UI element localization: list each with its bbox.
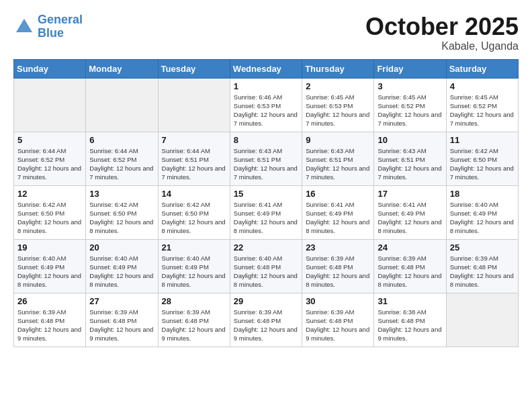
weekday-header-saturday: Saturday (446, 59, 518, 78)
day-number: 3 (378, 81, 442, 91)
day-info: Sunrise: 6:44 AM Sunset: 6:52 PM Dayligh… (17, 146, 82, 182)
calendar-week-2: 5Sunrise: 6:44 AM Sunset: 6:52 PM Daylig… (14, 132, 519, 185)
month-title: October 2025 (365, 13, 519, 40)
calendar-cell: 10Sunrise: 6:43 AM Sunset: 6:51 PM Dayli… (374, 132, 446, 185)
day-number: 12 (17, 189, 82, 199)
day-number: 1 (234, 81, 298, 91)
logo-icon (13, 16, 35, 38)
day-number: 25 (450, 242, 515, 253)
calendar-cell: 5Sunrise: 6:44 AM Sunset: 6:52 PM Daylig… (14, 132, 86, 185)
calendar-week-1: 1Sunrise: 6:46 AM Sunset: 6:53 PM Daylig… (14, 78, 519, 132)
calendar-week-4: 19Sunrise: 6:40 AM Sunset: 6:49 PM Dayli… (14, 239, 519, 293)
day-number: 14 (162, 189, 226, 199)
logo: General Blue (13, 13, 83, 40)
day-number: 20 (89, 242, 154, 253)
calendar-cell: 6Sunrise: 6:44 AM Sunset: 6:52 PM Daylig… (86, 132, 158, 185)
day-info: Sunrise: 6:39 AM Sunset: 6:48 PM Dayligh… (306, 254, 370, 289)
day-number: 30 (306, 296, 370, 306)
calendar-cell: 13Sunrise: 6:42 AM Sunset: 6:50 PM Dayli… (86, 185, 158, 239)
day-info: Sunrise: 6:43 AM Sunset: 6:51 PM Dayligh… (378, 146, 442, 182)
day-info: Sunrise: 6:42 AM Sunset: 6:50 PM Dayligh… (89, 200, 154, 236)
day-info: Sunrise: 6:41 AM Sunset: 6:49 PM Dayligh… (378, 200, 442, 236)
location-subtitle: Kabale, Uganda (365, 40, 519, 52)
day-number: 24 (378, 242, 442, 253)
calendar-cell: 19Sunrise: 6:40 AM Sunset: 6:49 PM Dayli… (14, 239, 86, 293)
calendar-cell: 28Sunrise: 6:39 AM Sunset: 6:48 PM Dayli… (158, 293, 230, 347)
day-info: Sunrise: 6:41 AM Sunset: 6:49 PM Dayligh… (306, 200, 370, 236)
calendar-cell (14, 78, 86, 132)
day-info: Sunrise: 6:43 AM Sunset: 6:51 PM Dayligh… (306, 146, 370, 182)
day-info: Sunrise: 6:43 AM Sunset: 6:51 PM Dayligh… (234, 146, 298, 182)
calendar-cell: 30Sunrise: 6:39 AM Sunset: 6:48 PM Dayli… (302, 293, 374, 347)
calendar-cell: 22Sunrise: 6:40 AM Sunset: 6:48 PM Dayli… (230, 239, 302, 293)
day-number: 16 (306, 189, 370, 199)
weekday-header-sunday: Sunday (14, 59, 86, 78)
title-block: October 2025 Kabale, Uganda (365, 13, 519, 52)
calendar-cell: 21Sunrise: 6:40 AM Sunset: 6:49 PM Dayli… (158, 239, 230, 293)
day-info: Sunrise: 6:44 AM Sunset: 6:51 PM Dayligh… (162, 146, 226, 182)
weekday-header-tuesday: Tuesday (158, 59, 230, 78)
calendar-cell (158, 78, 230, 132)
calendar-cell (86, 78, 158, 132)
day-info: Sunrise: 6:38 AM Sunset: 6:48 PM Dayligh… (378, 308, 442, 343)
logo-text: General Blue (38, 13, 83, 40)
calendar-cell: 15Sunrise: 6:41 AM Sunset: 6:49 PM Dayli… (230, 185, 302, 239)
calendar-cell: 4Sunrise: 6:45 AM Sunset: 6:52 PM Daylig… (446, 78, 518, 132)
day-number: 21 (162, 242, 226, 253)
day-number: 4 (450, 81, 515, 91)
calendar-cell: 25Sunrise: 6:39 AM Sunset: 6:48 PM Dayli… (446, 239, 518, 293)
day-info: Sunrise: 6:41 AM Sunset: 6:49 PM Dayligh… (234, 200, 298, 236)
day-number: 7 (162, 135, 226, 145)
calendar-cell: 7Sunrise: 6:44 AM Sunset: 6:51 PM Daylig… (158, 132, 230, 185)
calendar-cell: 27Sunrise: 6:39 AM Sunset: 6:48 PM Dayli… (86, 293, 158, 347)
day-info: Sunrise: 6:39 AM Sunset: 6:48 PM Dayligh… (234, 308, 298, 343)
calendar-week-5: 26Sunrise: 6:39 AM Sunset: 6:48 PM Dayli… (14, 293, 519, 347)
day-number: 5 (17, 135, 82, 145)
day-number: 29 (234, 296, 298, 306)
day-number: 10 (378, 135, 442, 145)
calendar-cell: 18Sunrise: 6:40 AM Sunset: 6:49 PM Dayli… (446, 185, 518, 239)
day-info: Sunrise: 6:40 AM Sunset: 6:49 PM Dayligh… (450, 200, 515, 236)
calendar-cell: 20Sunrise: 6:40 AM Sunset: 6:49 PM Dayli… (86, 239, 158, 293)
calendar-cell: 8Sunrise: 6:43 AM Sunset: 6:51 PM Daylig… (230, 132, 302, 185)
day-number: 26 (17, 296, 82, 306)
calendar-cell: 12Sunrise: 6:42 AM Sunset: 6:50 PM Dayli… (14, 185, 86, 239)
day-number: 13 (89, 189, 154, 199)
calendar-cell: 23Sunrise: 6:39 AM Sunset: 6:48 PM Dayli… (302, 239, 374, 293)
calendar-cell: 1Sunrise: 6:46 AM Sunset: 6:53 PM Daylig… (230, 78, 302, 132)
calendar-cell: 11Sunrise: 6:42 AM Sunset: 6:50 PM Dayli… (446, 132, 518, 185)
calendar-cell: 31Sunrise: 6:38 AM Sunset: 6:48 PM Dayli… (374, 293, 446, 347)
day-info: Sunrise: 6:42 AM Sunset: 6:50 PM Dayligh… (450, 146, 515, 182)
day-number: 8 (234, 135, 298, 145)
day-number: 9 (306, 135, 370, 145)
day-info: Sunrise: 6:42 AM Sunset: 6:50 PM Dayligh… (17, 200, 82, 236)
weekday-header-row: SundayMondayTuesdayWednesdayThursdayFrid… (14, 59, 519, 78)
day-info: Sunrise: 6:39 AM Sunset: 6:48 PM Dayligh… (450, 254, 515, 289)
calendar-cell: 17Sunrise: 6:41 AM Sunset: 6:49 PM Dayli… (374, 185, 446, 239)
day-number: 2 (306, 81, 370, 91)
day-info: Sunrise: 6:39 AM Sunset: 6:48 PM Dayligh… (162, 308, 226, 343)
calendar-cell (446, 293, 518, 347)
weekday-header-thursday: Thursday (302, 59, 374, 78)
calendar-cell: 3Sunrise: 6:45 AM Sunset: 6:52 PM Daylig… (374, 78, 446, 132)
day-info: Sunrise: 6:44 AM Sunset: 6:52 PM Dayligh… (89, 146, 154, 182)
day-number: 23 (306, 242, 370, 253)
calendar-cell: 26Sunrise: 6:39 AM Sunset: 6:48 PM Dayli… (14, 293, 86, 347)
calendar-week-3: 12Sunrise: 6:42 AM Sunset: 6:50 PM Dayli… (14, 185, 519, 239)
day-info: Sunrise: 6:42 AM Sunset: 6:50 PM Dayligh… (162, 200, 226, 236)
calendar-cell: 9Sunrise: 6:43 AM Sunset: 6:51 PM Daylig… (302, 132, 374, 185)
day-info: Sunrise: 6:45 AM Sunset: 6:52 PM Dayligh… (450, 93, 515, 128)
day-number: 28 (162, 296, 226, 306)
day-number: 31 (378, 296, 442, 306)
day-number: 11 (450, 135, 515, 145)
day-number: 22 (234, 242, 298, 253)
calendar-cell: 24Sunrise: 6:39 AM Sunset: 6:48 PM Dayli… (374, 239, 446, 293)
day-number: 15 (234, 189, 298, 199)
weekday-header-wednesday: Wednesday (230, 59, 302, 78)
calendar-cell: 14Sunrise: 6:42 AM Sunset: 6:50 PM Dayli… (158, 185, 230, 239)
day-info: Sunrise: 6:39 AM Sunset: 6:48 PM Dayligh… (17, 308, 82, 343)
day-info: Sunrise: 6:39 AM Sunset: 6:48 PM Dayligh… (378, 254, 442, 289)
day-info: Sunrise: 6:39 AM Sunset: 6:48 PM Dayligh… (89, 308, 154, 343)
day-info: Sunrise: 6:45 AM Sunset: 6:53 PM Dayligh… (306, 93, 370, 128)
calendar-cell: 29Sunrise: 6:39 AM Sunset: 6:48 PM Dayli… (230, 293, 302, 347)
